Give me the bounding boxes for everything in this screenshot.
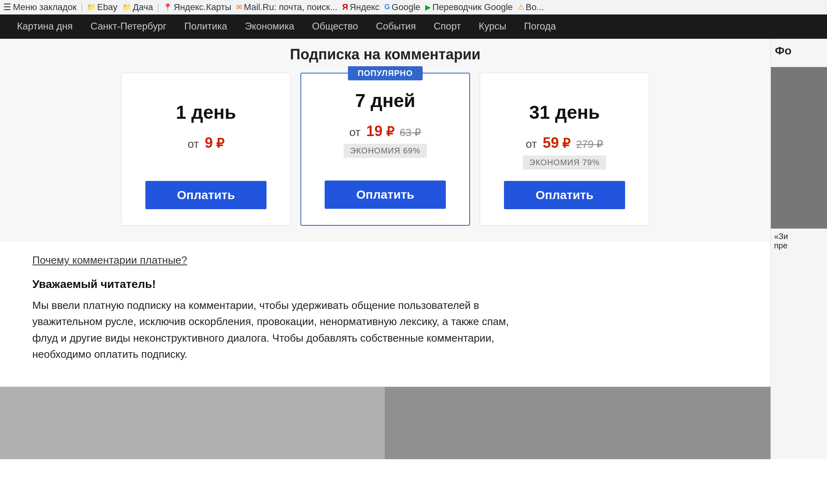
bookmark-separator [82, 3, 82, 11]
bookmark-bo[interactable]: ⚠ Во... [518, 2, 544, 13]
bookmark-yandex[interactable]: Я Яндекс [342, 2, 379, 13]
pricing-cards: 1 день от 9 ₽ Оплатить ПОПУЛЯРНО 7 дней [121, 73, 649, 226]
nav-sport[interactable]: Спорт [425, 15, 470, 39]
savings-badge-31days: ЭКОНОМИЯ 79% [523, 155, 606, 170]
yandex-icon: Я [342, 2, 348, 12]
description-text: Мы ввели платную подписку на комментарии… [32, 297, 533, 362]
nav-ekonomika[interactable]: Экономика [236, 15, 303, 39]
popular-badge: ПОПУЛЯРНО [348, 66, 423, 80]
pay-button-1day[interactable]: Оплатить [145, 181, 267, 209]
faq-link[interactable]: Почему комментарии платные? [32, 254, 187, 267]
original-price-7days: 63 ₽ [400, 126, 421, 139]
pricing-section: 1 день от 9 ₽ Оплатить ПОПУЛЯРНО 7 дней [0, 73, 770, 242]
pay-button-31days[interactable]: Оплатить [504, 181, 625, 209]
from-label-31days: от [526, 138, 537, 150]
original-price-31days: 279 ₽ [576, 138, 604, 150]
pricing-card-31days: 31 день от 59 ₽ 279 ₽ ЭКОНОМИЯ 79% Оплат… [480, 73, 649, 226]
currency-31days: ₽ [562, 136, 570, 151]
translate-icon: ▶ [425, 3, 431, 12]
nav-pogoda[interactable]: Погода [515, 15, 565, 39]
currency-7days: ₽ [386, 124, 394, 139]
amount-31days: 59 [543, 134, 559, 151]
bookmark-google[interactable]: G Google [384, 2, 420, 13]
plan-price-7days: от 19 ₽ 63 ₽ [349, 123, 421, 140]
bookmark-ebay[interactable]: 📁 Ebay [87, 2, 118, 13]
nav-kursy[interactable]: Курсы [470, 15, 515, 39]
warning-icon: ⚠ [518, 3, 524, 12]
plan-price-1day: от 9 ₽ [188, 134, 225, 151]
content-section: Почему комментарии платные? Уважаемый чи… [0, 242, 565, 378]
site-navigation: Картина дня Санкт-Петербург Политика Эко… [0, 15, 827, 39]
menu-icon: ☰ [3, 2, 11, 13]
nav-sobytiya[interactable]: События [367, 15, 425, 39]
bottom-image-2 [385, 387, 770, 459]
bookmark-separator-2 [158, 3, 158, 11]
right-sidebar: Фо «Зипре [770, 39, 827, 459]
sidebar-caption: «Зипре [771, 229, 827, 254]
bookmark-mailru[interactable]: ✉ Mail.Ru: почта, поиск... [236, 2, 338, 13]
mail-icon: ✉ [236, 3, 242, 12]
bookmark-dacha[interactable]: 📁 Дача [122, 2, 153, 13]
nav-kartina-dnya[interactable]: Картина дня [8, 15, 82, 39]
from-label-1day: от [188, 138, 199, 150]
pay-button-7days[interactable]: Оплатить [325, 181, 446, 209]
savings-badge-7days: ЭКОНОМИЯ 69% [344, 144, 427, 158]
plan-title-1day: 1 день [176, 101, 236, 123]
nav-spb[interactable]: Санкт-Петербург [82, 15, 175, 39]
bookmark-yandex-maps[interactable]: 📍 Яндекс.Карты [163, 2, 231, 13]
folder-icon-2: 📁 [122, 3, 131, 12]
dear-reader-heading: Уважаемый читатель! [32, 278, 533, 291]
bookmark-google-translate[interactable]: ▶ Переводчик Google [425, 2, 513, 13]
plan-price-31days: от 59 ₽ 279 ₽ [526, 134, 603, 151]
bottom-strip [0, 386, 770, 459]
sidebar-image [771, 67, 827, 229]
folder-icon: 📁 [87, 3, 96, 12]
bookmark-menu[interactable]: ☰ Меню закладок [3, 2, 77, 13]
plan-title-7days: 7 дней [355, 90, 415, 111]
nav-politika[interactable]: Политика [175, 15, 236, 39]
nav-obshchestvo[interactable]: Общество [303, 15, 367, 39]
sidebar-fo-label: Фо [771, 39, 827, 63]
pricing-card-1day: 1 день от 9 ₽ Оплатить [121, 73, 291, 226]
bottom-image-1 [0, 387, 385, 459]
currency-1day: ₽ [216, 136, 224, 151]
google-icon: G [384, 3, 390, 11]
map-pin-icon: 📍 [163, 3, 172, 12]
from-label-7days: от [349, 126, 361, 139]
bookmarks-bar: ☰ Меню закладок 📁 Ebay 📁 Дача 📍 Яндекс.К… [0, 0, 827, 15]
plan-title-31days: 31 день [529, 101, 600, 123]
amount-7days: 19 [366, 123, 382, 139]
page-title: Подписка на комментарии [0, 46, 770, 63]
pricing-card-7days: ПОПУЛЯРНО 7 дней от 19 ₽ 63 ₽ ЭКОНОМИЯ 6… [300, 73, 470, 226]
amount-1day: 9 [205, 134, 213, 151]
